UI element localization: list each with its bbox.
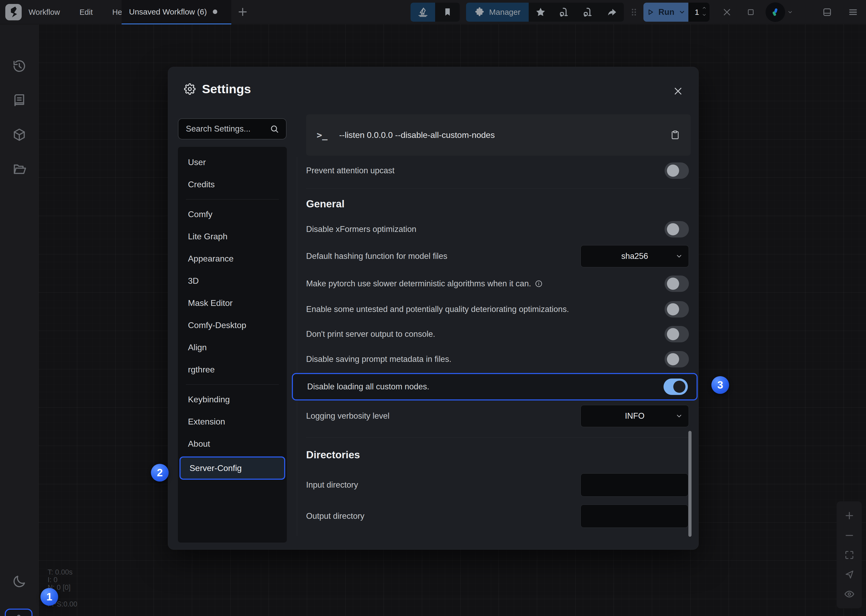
run-button[interactable]: Run — [643, 3, 688, 22]
vacuum-icon — [559, 6, 570, 18]
toggle-prevent-upcast[interactable] — [664, 162, 689, 179]
dialog-title: Settings — [202, 82, 251, 96]
search-icon — [270, 124, 279, 134]
vacuum-nodes-button[interactable] — [553, 3, 576, 22]
nav-item-comfy[interactable]: Comfy — [178, 203, 287, 225]
user-avatar[interactable] — [765, 2, 785, 22]
toggle-disable-custom-nodes[interactable] — [663, 379, 688, 395]
workflow-tab-label: Unsaved Workflow (6) — [129, 7, 207, 16]
settings-dialog: Settings User Credits Comfy Lite Graph A… — [168, 67, 699, 550]
nav-content-divider — [297, 157, 297, 536]
nav-item-keybinding[interactable]: Keybinding — [178, 388, 287, 410]
input-directory-field[interactable] — [581, 473, 688, 497]
toggle-pytorch-deterministic[interactable] — [664, 275, 689, 292]
settings-search[interactable] — [178, 118, 287, 140]
theme-toggle-button[interactable] — [0, 574, 39, 589]
clear-queue-button[interactable] — [722, 7, 732, 17]
hashing-select[interactable]: sha256 — [581, 245, 689, 267]
main-menu-button[interactable] — [848, 7, 858, 17]
toggle-no-prompt-metadata[interactable] — [664, 351, 689, 368]
node-library-icon[interactable] — [12, 93, 27, 108]
settings-content: >_ --listen 0.0.0.0 --disable-all-custom… — [306, 115, 691, 532]
zoom-out-icon[interactable] — [844, 530, 855, 541]
nav-item-3d[interactable]: 3D — [178, 270, 287, 292]
manager-button[interactable]: Manager — [466, 3, 529, 22]
section-divider — [306, 437, 691, 438]
left-sidebar — [0, 24, 39, 616]
setting-row-no-prompt-metadata: Disable saving prompt metadata in files. — [306, 347, 691, 372]
setting-row-output-directory: Output directory — [306, 501, 691, 532]
nav-item-align[interactable]: Align — [178, 336, 287, 358]
copy-icon[interactable] — [670, 130, 680, 140]
setting-row-pytorch-deterministic: Make pytorch use slower deterministic al… — [306, 270, 691, 297]
rig-tool-button[interactable] — [411, 3, 435, 22]
nav-item-credits[interactable]: Credits — [178, 173, 287, 195]
launch-args-text: --listen 0.0.0.0 --disable-all-custom-no… — [339, 130, 670, 140]
nav-item-extension[interactable]: Extension — [178, 410, 287, 433]
vacuum-all-button[interactable] — [576, 3, 600, 22]
settings-button[interactable] — [5, 609, 33, 616]
run-options-chevron-icon[interactable] — [679, 9, 685, 16]
nav-divider — [186, 384, 279, 385]
content-scrollbar[interactable] — [688, 431, 691, 537]
workflow-tab[interactable]: Unsaved Workflow (6) — [121, 0, 231, 24]
toggle-visibility-icon[interactable] — [844, 589, 855, 600]
toggle-disable-xformers[interactable] — [664, 221, 689, 237]
gear-icon — [11, 615, 26, 616]
run-button-label: Run — [658, 7, 674, 17]
setting-row-no-server-output: Don't print server output to console. — [306, 322, 691, 347]
canvas-zoom-toolbar — [837, 501, 862, 608]
menu-edit[interactable]: Edit — [77, 8, 95, 17]
star-icon — [535, 6, 546, 18]
directories-section-heading: Directories — [306, 440, 691, 469]
setting-row-disable-custom-nodes: Disable loading all custom nodes. — [292, 373, 698, 401]
logging-select[interactable]: INFO — [581, 405, 689, 427]
nav-item-mask-editor[interactable]: Mask Editor — [178, 292, 287, 314]
bottom-panel-toggle-button[interactable] — [822, 7, 832, 17]
nav-item-comfy-desktop[interactable]: Comfy-Desktop — [178, 314, 287, 336]
stepper-up-icon[interactable] — [702, 6, 707, 10]
new-workflow-tab-button[interactable] — [236, 6, 249, 18]
annotation-badge-3: 3 — [711, 376, 729, 394]
stepper-down-icon[interactable] — [702, 13, 707, 17]
drag-handle-icon[interactable] — [628, 7, 639, 17]
pan-mode-icon[interactable] — [844, 569, 855, 580]
nav-item-appearance[interactable]: Appearance — [178, 248, 287, 270]
top-menubar: Workflow Edit Help Unsaved Workflow (6) — [0, 0, 866, 24]
share-icon — [606, 6, 617, 18]
manager-button-label: Manager — [489, 8, 520, 17]
model-library-icon[interactable] — [12, 127, 27, 142]
workflows-folder-icon[interactable] — [12, 162, 27, 176]
share-button[interactable] — [600, 3, 624, 22]
batch-count-stepper[interactable]: 1 — [688, 3, 710, 22]
nav-item-lite-graph[interactable]: Lite Graph — [178, 225, 287, 248]
settings-search-input[interactable] — [185, 124, 268, 134]
toggle-no-server-output[interactable] — [664, 326, 689, 343]
nav-item-rgthree[interactable]: rgthree — [178, 358, 287, 381]
stat-iterations: I: 0 — [47, 576, 77, 584]
info-icon[interactable] — [535, 280, 543, 288]
stat-time: T: 0.00s — [47, 569, 77, 576]
nav-divider — [186, 199, 279, 200]
menu-workflow[interactable]: Workflow — [27, 8, 62, 17]
stop-button[interactable] — [746, 8, 755, 16]
logging-select-value: INFO — [625, 411, 644, 421]
setting-row-input-directory: Input directory — [306, 469, 691, 501]
queue-history-icon[interactable] — [12, 59, 27, 74]
toggle-untested-opts[interactable] — [664, 301, 689, 317]
comfyui-logo-icon[interactable] — [5, 4, 22, 20]
zoom-in-icon[interactable] — [844, 510, 855, 521]
nav-item-about[interactable]: About — [178, 433, 287, 455]
dialog-close-button[interactable] — [673, 86, 683, 96]
fit-view-icon[interactable] — [844, 550, 855, 560]
moon-icon — [12, 574, 27, 589]
setting-row-logging: Logging verbosity level INFO — [306, 402, 691, 431]
output-directory-field[interactable] — [581, 504, 688, 528]
setting-row-untested-opts: Enable some untested and potentially qua… — [306, 297, 691, 322]
bookmark-button[interactable] — [435, 3, 460, 22]
chevron-down-icon — [675, 253, 683, 260]
nav-item-user[interactable]: User — [178, 151, 287, 173]
menu-group: Workflow Edit Help — [27, 0, 130, 24]
nav-item-server-config[interactable]: Server-Config — [179, 456, 285, 480]
favorites-button[interactable] — [529, 3, 553, 22]
